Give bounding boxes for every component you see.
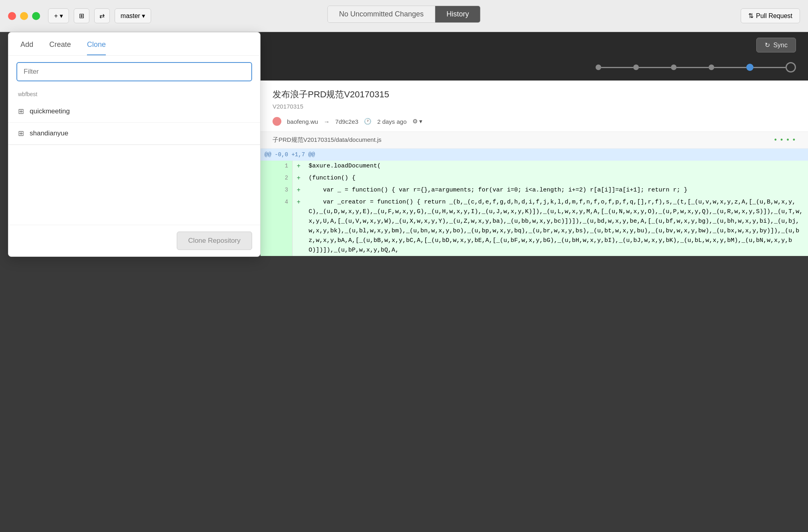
hunk-header: @@ -0,0 +1,7 @@ [261, 149, 808, 161]
clone-footer: Clone Repository [8, 225, 260, 256]
main-content: Add Create Clone wbfbest ⊞ quickmeeting … [0, 32, 808, 532]
repo-name: shandianyue [30, 129, 68, 137]
pull-request-button[interactable]: ⇅ Pull Request [741, 8, 800, 23]
line-sign: + [293, 161, 305, 173]
code-row: 4 + var _creator = function() { return _… [261, 197, 808, 256]
commit-subtitle: V20170315 [273, 103, 796, 110]
timeline-line [639, 67, 671, 68]
timeline-dot[interactable] [633, 64, 639, 70]
pull-request-label: Pull Request [756, 12, 792, 20]
line-code: var _ = function() { var r={},a=argument… [305, 185, 808, 197]
line-number: 2 [261, 173, 293, 185]
toolbar-left: + ▾ ⊞ ⇄ master ▾ [48, 8, 151, 23]
title-bar: + ▾ ⊞ ⇄ master ▾ 📁 wbfbest/guide No Unco… [0, 0, 808, 32]
code-panel: 发布浪子PRD规范V20170315 V20170315 baofeng.wu … [261, 81, 808, 256]
tab-clone[interactable]: Clone [87, 40, 106, 55]
line-sign: + [293, 185, 305, 197]
toolbar-right: ⇅ Pull Request [741, 8, 800, 23]
commit-header: 发布浪子PRD规范V20170315 V20170315 [261, 81, 808, 114]
sync-icon: ↻ [765, 41, 770, 49]
commit-time: 2 days ago [377, 118, 406, 125]
list-item[interactable]: ⊞ quickmeeting [8, 101, 260, 123]
timeline [596, 62, 796, 73]
timeline-line [677, 67, 709, 68]
dropdown-tabs: Add Create Clone [8, 32, 260, 56]
filter-input[interactable] [16, 62, 252, 81]
clock-icon: 🕐 [364, 118, 372, 125]
filter-area [8, 56, 260, 88]
line-sign: + [293, 197, 305, 256]
timeline-line [601, 67, 633, 68]
clone-repository-button[interactable]: Clone Repository [177, 232, 252, 250]
line-number: 3 [261, 185, 293, 197]
add-button[interactable]: + ▾ [48, 8, 69, 23]
file-path-bar: 子PRD规范V20170315/data/document.js • • • • [261, 132, 808, 149]
gear-icon[interactable]: ⚙ ▾ [412, 118, 422, 125]
tab-group: No Uncommitted Changes History [327, 6, 481, 23]
timeline-dot-active[interactable] [746, 64, 753, 71]
timeline-dot[interactable] [596, 64, 601, 70]
tab-history[interactable]: History [435, 6, 480, 22]
repo-name: quickmeeting [30, 107, 70, 115]
sync-button[interactable]: ↻ Sync [756, 38, 796, 52]
commit-meta: baofeng.wu → 7d9c2e3 🕐 2 days ago ⚙ ▾ [261, 114, 808, 132]
timeline-line [714, 67, 746, 68]
sync-label: Sync [773, 42, 788, 49]
arrow-icon: → [324, 118, 330, 125]
timeline-dot-end[interactable] [786, 62, 796, 73]
sidebar-toggle-button[interactable]: ⊞ [74, 8, 89, 23]
right-panel: ↻ Sync 发布浪子PRD规范V20170315 [261, 32, 808, 532]
timeline-dot[interactable] [671, 64, 677, 70]
code-row: 3 + var _ = function() { var r={},a=argu… [261, 185, 808, 197]
line-number: 1 [261, 161, 293, 173]
pull-request-icon: ⇅ [748, 12, 753, 20]
tab-uncommitted[interactable]: No Uncommitted Changes [328, 6, 435, 22]
close-button[interactable] [8, 12, 16, 20]
commit-title: 发布浪子PRD规范V20170315 [273, 89, 796, 101]
tab-create[interactable]: Create [49, 40, 71, 55]
list-item[interactable]: ⊞ shandianyue [8, 123, 260, 145]
commit-author: baofeng.wu [287, 118, 318, 125]
line-number: 4 [261, 197, 293, 256]
tab-add[interactable]: Add [20, 40, 33, 55]
code-diff: @@ -0,0 +1,7 @@ 1 + $axure.loadDocument(… [261, 149, 808, 256]
line-sign: + [293, 173, 305, 185]
branch-compare-button[interactable]: ⇄ [94, 8, 110, 23]
line-code: var _creator = function() { return _(b,_… [305, 197, 808, 256]
timeline-line [753, 67, 786, 68]
file-path: 子PRD规范V20170315/data/document.js [273, 136, 382, 144]
commit-hash: 7d9c2e3 [335, 118, 359, 125]
empty-area [8, 145, 260, 225]
code-row: 2 + (function() { [261, 173, 808, 185]
repo-icon: ⊞ [18, 107, 24, 116]
expand-dots[interactable]: • • • • [774, 136, 796, 144]
repo-icon: ⊞ [18, 129, 24, 138]
repo-list: ⊞ quickmeeting ⊞ shandianyue [8, 101, 260, 145]
avatar [273, 117, 281, 126]
code-row: 1 + $axure.loadDocument( [261, 161, 808, 173]
dropdown-panel: Add Create Clone wbfbest ⊞ quickmeeting … [8, 32, 261, 257]
line-code: $axure.loadDocument( [305, 161, 808, 173]
maximize-button[interactable] [32, 12, 40, 20]
branch-selector[interactable]: master ▾ [115, 8, 151, 23]
org-label: wbfbest [8, 88, 260, 101]
timeline-bar [261, 58, 808, 81]
line-code: (function() { [305, 173, 808, 185]
timeline-dot[interactable] [709, 64, 714, 70]
traffic-lights [8, 12, 40, 20]
sync-bar: ↻ Sync [261, 32, 808, 58]
minimize-button[interactable] [20, 12, 28, 20]
